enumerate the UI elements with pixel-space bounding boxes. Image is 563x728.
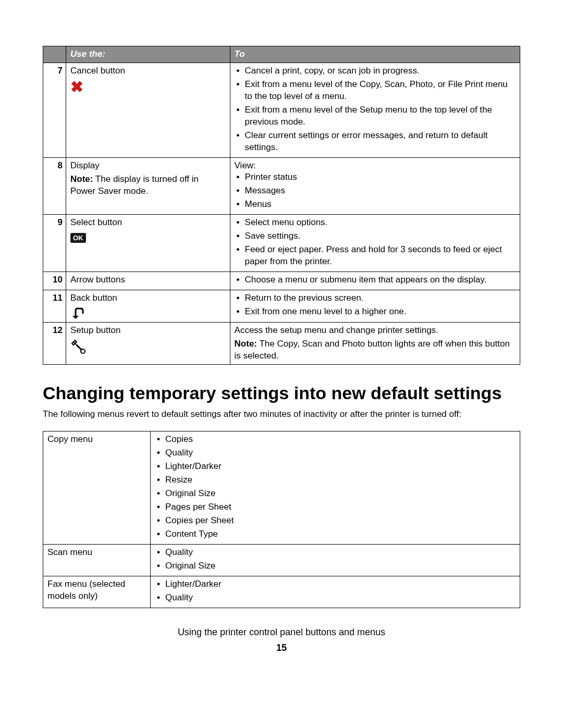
- button-reference-table: Use the: To 7 Cancel button ✖ Cancel a p…: [43, 46, 520, 365]
- row-action-cell: Return to the previous screen. Exit from…: [230, 290, 520, 322]
- action-item: Save settings.: [235, 230, 516, 242]
- row-action-cell: Choose a menu or submenu item that appea…: [230, 272, 520, 290]
- setup-icon: [70, 339, 226, 354]
- menu-label: Fax menu (selected models only): [43, 576, 151, 608]
- action-item: Exit from a menu level of the Copy, Scan…: [235, 79, 516, 103]
- row-number: 10: [43, 272, 66, 290]
- action-item: Menus: [235, 199, 516, 211]
- table-row: Scan menu Quality Original Size: [43, 544, 520, 576]
- menu-item: Quality: [155, 592, 516, 604]
- svg-point-0: [81, 349, 85, 353]
- row-label-cell: Select button OK: [66, 215, 230, 272]
- table-row: 8 Display Note: The display is turned of…: [43, 157, 520, 215]
- row-label-cell: Cancel button ✖: [66, 63, 230, 157]
- row-action-cell: Access the setup menu and change printer…: [230, 322, 520, 364]
- menu-settings-table: Copy menu Copies Quality Lighter/Darker …: [43, 431, 520, 608]
- row-action-cell: View: Printer status Messages Menus: [230, 157, 520, 215]
- table-row: 10 Arrow buttons Choose a menu or submen…: [43, 272, 520, 290]
- note-line: Note: The display is turned off in Power…: [70, 174, 226, 198]
- action-item: Select menu options.: [235, 217, 516, 229]
- row-label-cell: Setup button: [66, 322, 230, 364]
- back-icon: [70, 306, 226, 320]
- row-number: 12: [43, 322, 66, 364]
- menu-item: Original Size: [155, 488, 516, 500]
- action-item: Cancel a print, copy, or scan job in pro…: [235, 65, 516, 77]
- button-label: Setup button: [70, 325, 226, 337]
- button-label: Display: [70, 160, 226, 172]
- note-line: Note: The Copy, Scan and Photo button li…: [235, 338, 516, 362]
- table-row: 9 Select button OK Select menu options. …: [43, 215, 520, 272]
- table-row: 7 Cancel button ✖ Cancel a print, copy, …: [43, 63, 520, 157]
- button-label: Select button: [70, 217, 226, 229]
- row-number: 7: [43, 63, 66, 157]
- menu-item: Pages per Sheet: [155, 501, 516, 513]
- row-label-cell: Arrow buttons: [66, 272, 230, 290]
- table-row: 11 Back button Return to the previous sc…: [43, 290, 520, 322]
- view-label: View:: [235, 160, 516, 172]
- row-number: 11: [43, 290, 66, 322]
- table-row: Fax menu (selected models only) Lighter/…: [43, 576, 520, 608]
- row-action-cell: Cancel a print, copy, or scan job in pro…: [230, 63, 520, 157]
- action-item: Printer status: [235, 171, 516, 183]
- button-label: Cancel button: [70, 65, 226, 77]
- row-number: 9: [43, 215, 66, 272]
- menu-item: Lighter/Darker: [155, 461, 516, 473]
- row-action-cell: Select menu options. Save settings. Feed…: [230, 215, 520, 272]
- menu-item: Copies per Sheet: [155, 515, 516, 527]
- menu-item: Quality: [155, 547, 516, 559]
- action-item: Choose a menu or submenu item that appea…: [235, 274, 516, 286]
- menu-items-cell: Lighter/Darker Quality: [151, 576, 520, 608]
- page-heading: Changing temporary settings into new def…: [43, 382, 520, 404]
- cancel-icon: ✖: [70, 79, 226, 95]
- action-item: Feed or eject paper. Press and hold for …: [235, 244, 516, 268]
- menu-label: Copy menu: [43, 431, 151, 545]
- header-to: To: [230, 46, 520, 63]
- table-row: Copy menu Copies Quality Lighter/Darker …: [43, 431, 520, 545]
- action-text: Access the setup menu and change printer…: [235, 325, 516, 337]
- page-number: 15: [43, 641, 520, 654]
- table-row: 12 Setup button Access the setup menu an…: [43, 322, 520, 364]
- row-number: 8: [43, 157, 66, 215]
- menu-items-cell: Quality Original Size: [151, 544, 520, 576]
- action-item: Exit from a menu level of the Setup menu…: [235, 104, 516, 128]
- menu-item: Quality: [155, 447, 516, 459]
- action-item: Exit from one menu level to a higher one…: [235, 306, 516, 318]
- intro-paragraph: The following menus revert to default se…: [43, 409, 520, 421]
- action-item: Return to the previous screen.: [235, 292, 516, 304]
- header-use-the: Use the:: [66, 46, 230, 63]
- row-label-cell: Display Note: The display is turned off …: [66, 157, 230, 215]
- menu-item: Copies: [155, 434, 516, 446]
- footer-section-title: Using the printer control panel buttons …: [43, 626, 520, 638]
- menu-label: Scan menu: [43, 544, 151, 576]
- row-label-cell: Back button: [66, 290, 230, 322]
- page-footer: Using the printer control panel buttons …: [43, 626, 520, 655]
- ok-icon: OK: [70, 233, 86, 243]
- menu-item: Original Size: [155, 560, 516, 572]
- action-item: Clear current settings or error messages…: [235, 130, 516, 154]
- button-label: Back button: [70, 292, 226, 304]
- menu-items-cell: Copies Quality Lighter/Darker Resize Ori…: [151, 431, 520, 545]
- action-item: Messages: [235, 185, 516, 197]
- menu-item: Lighter/Darker: [155, 578, 516, 590]
- button-label: Arrow buttons: [70, 275, 125, 285]
- header-blank: [43, 46, 66, 63]
- menu-item: Content Type: [155, 528, 516, 540]
- menu-item: Resize: [155, 474, 516, 486]
